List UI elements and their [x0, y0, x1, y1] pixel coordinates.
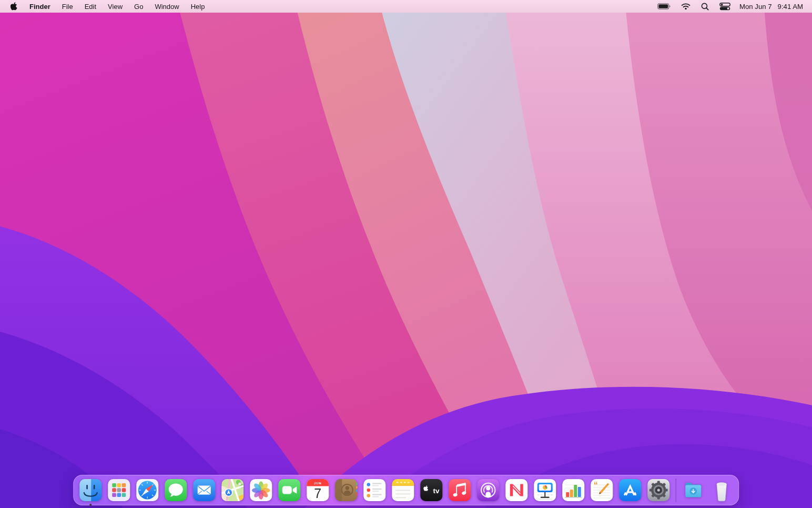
dock-item-system-preferences[interactable]: [647, 479, 670, 502]
dock: JUN 7: [73, 475, 739, 505]
monterey-wallpaper-art: [0, 0, 812, 508]
numbers-icon: [562, 479, 585, 502]
podcasts-icon: [476, 479, 500, 502]
trash-icon: [710, 479, 733, 502]
dock-item-trash[interactable]: [710, 479, 733, 502]
finder-icon: [79, 479, 102, 502]
dock-item-photos[interactable]: [249, 479, 272, 502]
photos-icon: [249, 479, 272, 502]
calendar-month-label: JUN: [314, 481, 322, 485]
finder-running-indicator: [89, 504, 92, 506]
dock-item-music[interactable]: [448, 479, 471, 502]
dock-item-finder[interactable]: [79, 479, 102, 502]
wifi-icon: [681, 3, 691, 10]
desktop-wallpaper: [0, 0, 812, 508]
dock-item-messages[interactable]: [164, 479, 187, 502]
menu-bar: Finder File Edit View Go Window Help: [0, 0, 812, 13]
news-icon: [505, 479, 528, 502]
menu-edit-label: Edit: [85, 3, 96, 11]
music-icon: [448, 479, 471, 502]
menu-view[interactable]: View: [102, 0, 128, 13]
apple-tv-label: tv: [433, 487, 439, 495]
battery-status[interactable]: [652, 0, 676, 13]
keynote-icon: [533, 479, 556, 502]
dock-item-podcasts[interactable]: [476, 479, 500, 502]
dock-item-app-store[interactable]: [618, 479, 642, 502]
menu-file-label: File: [62, 3, 73, 11]
safari-icon: [136, 479, 159, 502]
dock-item-launchpad[interactable]: [107, 479, 130, 502]
menu-date: Mon Jun 7: [739, 3, 772, 11]
menu-finder-label: Finder: [29, 3, 50, 11]
dock-item-calendar[interactable]: JUN 7: [306, 479, 329, 502]
menu-clock[interactable]: Mon Jun 7 9:41 AM: [739, 3, 803, 11]
menu-time: 9:41 AM: [778, 3, 803, 11]
wifi-status[interactable]: [676, 0, 696, 13]
notes-icon: [391, 479, 414, 502]
menu-go-label: Go: [134, 3, 143, 11]
menu-window[interactable]: Window: [149, 0, 185, 13]
control-center-icon: [719, 3, 730, 11]
calendar-icon: JUN 7: [306, 479, 329, 502]
search-icon: [701, 3, 709, 11]
menu-go[interactable]: Go: [128, 0, 149, 13]
dock-item-numbers[interactable]: [562, 479, 585, 502]
spotlight-search[interactable]: [696, 0, 714, 13]
dock-item-keynote[interactable]: [533, 479, 556, 502]
dock-item-notes[interactable]: [391, 479, 414, 502]
dock-item-news[interactable]: [505, 479, 528, 502]
pages-icon: “: [590, 479, 613, 502]
menu-help[interactable]: Help: [185, 0, 211, 13]
reminders-icon: [363, 479, 386, 502]
dock-item-contacts[interactable]: [334, 479, 358, 502]
dock-item-pages[interactable]: “: [590, 479, 613, 502]
apple-menu[interactable]: [0, 0, 23, 13]
apple-icon: [11, 2, 17, 11]
downloads-folder-icon: [682, 479, 705, 502]
dock-item-mail[interactable]: [192, 479, 216, 502]
messages-icon: [164, 479, 187, 502]
dock-item-apple-tv[interactable]: tv: [420, 479, 443, 502]
dock-item-maps[interactable]: [221, 479, 244, 502]
menu-help-label: Help: [191, 3, 205, 11]
control-center[interactable]: [714, 0, 736, 13]
maps-icon: [221, 479, 244, 502]
dock-separator: [675, 479, 676, 502]
contacts-icon: [334, 479, 358, 502]
apple-tv-icon: tv: [420, 479, 443, 502]
app-store-icon: [618, 479, 642, 502]
menu-view-label: View: [108, 3, 123, 11]
mail-icon: [192, 479, 216, 502]
dock-item-safari[interactable]: [136, 479, 159, 502]
menu-window-label: Window: [155, 3, 179, 11]
calendar-day-label: 7: [314, 486, 321, 501]
dock-item-downloads[interactable]: [682, 479, 705, 502]
pages-quote-glyph: “: [594, 481, 598, 490]
dock-item-reminders[interactable]: [363, 479, 386, 502]
menu-file[interactable]: File: [56, 0, 79, 13]
system-preferences-icon: [647, 479, 670, 502]
menu-finder[interactable]: Finder: [23, 0, 56, 13]
desktop[interactable]: Finder File Edit View Go Window Help: [0, 0, 812, 508]
facetime-icon: [278, 479, 301, 502]
dock-item-facetime[interactable]: [278, 479, 301, 502]
launchpad-icon: [107, 479, 130, 502]
menu-edit[interactable]: Edit: [79, 0, 102, 13]
battery-icon: [657, 3, 671, 10]
